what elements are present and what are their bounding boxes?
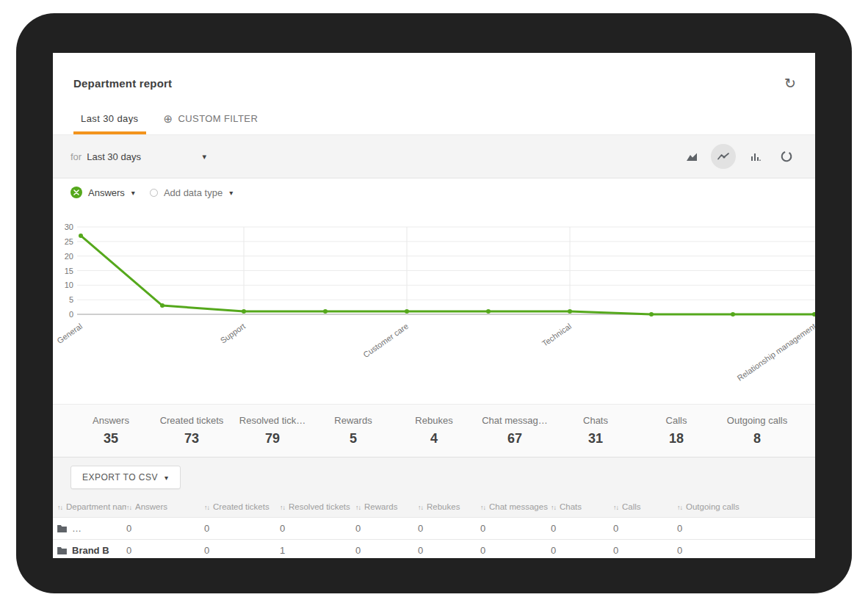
metric-cell: 0 xyxy=(613,518,677,540)
bar-chart-icon[interactable] xyxy=(742,144,767,169)
tab-custom-filter[interactable]: ⊕ CUSTOM FILTER xyxy=(156,103,266,134)
svg-text:0: 0 xyxy=(69,310,73,319)
stat-card[interactable]: Chats31 xyxy=(555,415,636,446)
plus-circle-icon: ⊕ xyxy=(164,113,173,124)
sort-icon[interactable]: ↑↓ xyxy=(613,504,618,511)
line-chart-icon[interactable] xyxy=(711,144,736,169)
metric-cell: 0 xyxy=(480,540,551,559)
metric-cell: 0 xyxy=(355,540,418,559)
export-csv-label: EXPORT TO CSV xyxy=(82,472,158,482)
sort-icon[interactable]: ↑↓ xyxy=(677,504,682,511)
column-header[interactable]: ↑↓Calls xyxy=(613,496,677,518)
sort-icon[interactable]: ↑↓ xyxy=(551,504,556,511)
metric-cell: 1 xyxy=(280,540,355,559)
stat-card[interactable]: Outgoing calls8 xyxy=(717,415,798,446)
svg-text:Customer care: Customer care xyxy=(361,322,410,359)
stat-label: Outgoing calls xyxy=(717,415,798,426)
column-header[interactable]: ↑↓Answers xyxy=(126,496,204,518)
metric-cell: 0 xyxy=(613,540,677,559)
stat-card[interactable]: Created tickets73 xyxy=(151,415,232,446)
export-csv-button[interactable]: EXPORT TO CSV ▾ xyxy=(70,466,181,489)
table-row[interactable]: …000000000 xyxy=(53,518,815,540)
stat-label: Chat messag… xyxy=(474,415,555,426)
sort-icon[interactable]: ↑↓ xyxy=(126,504,131,511)
stat-value: 4 xyxy=(394,431,474,446)
answers-line-chart: 051015202530GeneralSupportCustomer careT… xyxy=(53,221,815,397)
stat-card[interactable]: Calls18 xyxy=(636,415,717,446)
series-chip-label: Answers xyxy=(88,187,125,198)
report-header: Department report ↻ xyxy=(53,53,815,103)
column-header[interactable]: ↑↓Department name xyxy=(53,496,126,518)
period-dropdown[interactable]: for Last 30 days ▾ xyxy=(70,151,206,162)
chevron-down-icon: ▾ xyxy=(202,152,206,162)
report-window: Department report ↻ Last 30 days ⊕ CUSTO… xyxy=(53,53,815,558)
stat-value: 67 xyxy=(474,431,555,446)
device-frame: Department report ↻ Last 30 days ⊕ CUSTO… xyxy=(16,13,852,593)
chevron-down-icon: ▾ xyxy=(164,474,169,482)
svg-text:10: 10 xyxy=(65,281,73,289)
period-value: Last 30 days xyxy=(87,151,141,162)
add-data-type-label: Add data type xyxy=(164,187,223,198)
stat-value: 18 xyxy=(636,431,717,446)
export-bar: EXPORT TO CSV ▾ xyxy=(53,458,815,496)
filter-toolbar: for Last 30 days ▾ xyxy=(53,134,815,178)
add-data-type-dropdown[interactable]: Add data type ▾ xyxy=(150,187,233,198)
column-header[interactable]: ↑↓Rebukes xyxy=(418,496,480,518)
stat-label: Answers xyxy=(70,415,151,426)
metric-cell: 0 xyxy=(677,518,815,540)
stat-value: 35 xyxy=(70,431,151,446)
metric-cell: 0 xyxy=(280,518,355,540)
stat-label: Chats xyxy=(555,415,636,426)
sort-icon[interactable]: ↑↓ xyxy=(57,504,62,511)
column-header-label: Created tickets xyxy=(213,502,270,511)
folder-icon xyxy=(57,546,67,554)
department-name-cell[interactable]: … xyxy=(53,518,126,540)
metric-cell: 0 xyxy=(126,540,204,559)
tab-bar: Last 30 days ⊕ CUSTOM FILTER xyxy=(53,103,815,134)
svg-text:5: 5 xyxy=(69,295,73,304)
sort-icon[interactable]: ↑↓ xyxy=(355,504,361,511)
metric-cell: 0 xyxy=(204,518,280,540)
stat-card[interactable]: Rewards5 xyxy=(313,415,394,446)
stat-card[interactable]: Resolved tick…79 xyxy=(232,415,313,446)
column-header[interactable]: ↑↓Chat messages xyxy=(480,496,551,518)
metric-cell: 0 xyxy=(418,518,480,540)
metric-cell: 0 xyxy=(204,540,280,559)
tab-label: CUSTOM FILTER xyxy=(178,113,258,124)
series-controls: Answers ▾ Add data type ▾ xyxy=(70,187,233,198)
remove-series-icon[interactable] xyxy=(70,187,82,198)
column-header[interactable]: ↑↓Resolved tickets xyxy=(280,496,355,518)
column-header[interactable]: ↑↓Chats xyxy=(551,496,613,518)
stat-value: 31 xyxy=(555,431,636,446)
column-header[interactable]: ↑↓Outgoing calls xyxy=(677,496,815,518)
summary-stats-row: Answers35Created tickets73Resolved tick…… xyxy=(53,404,815,458)
metric-cell: 0 xyxy=(551,518,613,540)
refresh-icon[interactable]: ↻ xyxy=(784,76,796,90)
column-header[interactable]: ↑↓Rewards xyxy=(355,496,418,518)
series-chip-answers[interactable]: Answers ▾ xyxy=(70,187,135,198)
donut-chart-icon[interactable] xyxy=(774,144,799,169)
svg-text:20: 20 xyxy=(65,252,73,261)
metric-cell: 0 xyxy=(480,518,551,540)
svg-text:25: 25 xyxy=(65,237,73,246)
department-name: … xyxy=(72,523,82,534)
sort-icon[interactable]: ↑↓ xyxy=(480,504,485,511)
stat-card[interactable]: Answers35 xyxy=(70,415,151,446)
area-chart-icon[interactable] xyxy=(679,144,704,169)
metric-cell: 0 xyxy=(418,540,480,559)
sort-icon[interactable]: ↑↓ xyxy=(204,504,209,511)
table-header-row: ↑↓Department name↑↓Answers↑↓Created tick… xyxy=(53,496,815,518)
column-header[interactable]: ↑↓Created tickets xyxy=(204,496,280,518)
active-tab-underline xyxy=(73,131,146,134)
stat-label: Resolved tick… xyxy=(232,415,313,426)
stat-card[interactable]: Chat messag…67 xyxy=(474,415,555,446)
chart-section: Answers ▾ Add data type ▾ 051015202530Ge… xyxy=(53,178,815,404)
department-name-cell[interactable]: Brand B xyxy=(53,540,126,559)
sort-icon[interactable]: ↑↓ xyxy=(280,504,285,511)
sort-icon[interactable]: ↑↓ xyxy=(418,504,423,511)
svg-text:Support: Support xyxy=(219,322,247,345)
tab-last-30-days[interactable]: Last 30 days xyxy=(73,103,146,134)
metric-cell: 0 xyxy=(126,518,204,540)
stat-card[interactable]: Rebukes4 xyxy=(394,415,474,446)
table-row[interactable]: Brand B001000000 xyxy=(53,540,815,559)
